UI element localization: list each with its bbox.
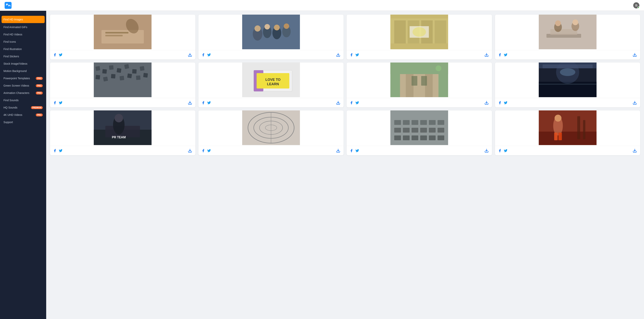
svg-rect-5 [105,35,122,36]
sidebar-item-find-animated-gifs[interactable]: Find Animated GIFs [0,24,46,31]
download-icon-7[interactable] [484,100,489,106]
sidebar-item-label-support: Support [4,121,13,124]
social-icons-1 [53,53,63,57]
svg-rect-117 [558,132,562,140]
image-card-actions-2 [198,50,344,60]
image-card-actions-5 [50,98,195,107]
sidebar-item-find-illustration[interactable]: Find Illustration [0,46,46,53]
twitter-icon-7[interactable] [355,101,359,105]
svg-rect-74 [539,84,596,85]
facebook-icon-2[interactable] [201,53,205,57]
twitter-icon-9[interactable] [58,148,63,153]
twitter-icon-6[interactable] [207,101,211,105]
facebook-icon-5[interactable] [53,101,57,105]
social-icons-12 [498,148,508,153]
facebook-icon-4[interactable] [498,53,502,57]
header: D [0,0,644,11]
social-icons-9 [53,148,63,153]
image-card-actions-7 [347,98,492,107]
avatar-wrapper[interactable]: D [633,2,640,8]
svg-rect-41 [124,64,129,69]
badge-4k-uhd-videos: Pro [36,114,43,116]
download-icon-10[interactable] [336,148,341,153]
download-icon-8[interactable] [632,100,638,106]
layout: Find HD ImagesFind Animated GIFsFind HD … [0,11,644,319]
facebook-icon-11[interactable] [349,148,354,153]
facebook-icon-10[interactable] [201,148,205,153]
download-icon-5[interactable] [187,100,193,106]
download-icon-1[interactable] [187,52,193,58]
svg-rect-42 [132,69,137,74]
sidebar-item-animation-characters[interactable]: Animation CharactersPro [0,89,46,96]
online-indicator [638,6,640,8]
svg-point-16 [274,25,280,30]
facebook-icon-3[interactable] [349,53,354,57]
sidebar-item-support[interactable]: Support [0,118,46,126]
sidebar-item-label-hq-sounds: HQ Sounds [4,106,17,109]
svg-rect-64 [421,76,427,86]
sidebar-item-stock-image-videos[interactable]: Stock Image/Videos [0,60,46,67]
facebook-icon-1[interactable] [53,53,57,57]
facebook-icon-6[interactable] [201,101,205,105]
svg-rect-102 [438,128,444,132]
twitter-icon-2[interactable] [207,53,211,57]
image-thumb-6: LOVE TOLEARN [198,62,344,98]
download-icon-3[interactable] [484,52,489,58]
svg-rect-44 [96,75,100,80]
image-card-3 [347,14,492,60]
image-card-5 [50,62,195,107]
sidebar-item-hq-sounds[interactable]: HQ SoundsPremium [0,104,46,111]
sidebar-item-find-stickers[interactable]: Find Stickers [0,53,46,60]
twitter-icon-11[interactable] [355,148,359,153]
badge-green-screen-videos: Pro [36,84,43,87]
facebook-icon-9[interactable] [53,148,57,153]
twitter-icon-1[interactable] [58,53,63,57]
svg-rect-104 [403,136,410,140]
sidebar-item-find-sounds[interactable]: Find Sounds [0,96,46,104]
main-content: LOVE TOLEARNPR TEAM [46,11,644,319]
sidebar-item-4k-uhd-videos[interactable]: 4K UHD VideosPro [0,111,46,118]
sidebar-item-label-powerpoint-templates: Powerpoint Templates [4,77,30,80]
download-icon-6[interactable] [336,100,341,106]
svg-rect-101 [429,128,436,132]
svg-rect-100 [420,128,427,132]
facebook-icon-8[interactable] [498,101,502,105]
sidebar-item-find-hd-images[interactable]: Find HD Images [2,16,45,23]
svg-rect-94 [420,120,427,125]
svg-rect-91 [394,120,401,125]
twitter-icon-10[interactable] [207,148,211,153]
sidebar-item-find-icons[interactable]: Find Icons [0,38,46,46]
sidebar-item-green-screen-videos[interactable]: Green Screen VideosPro [0,82,46,89]
image-card-actions-6 [198,98,344,107]
badge-powerpoint-templates: Pro [36,77,43,80]
twitter-icon-12[interactable] [504,148,508,153]
download-icon-9[interactable] [187,148,193,153]
twitter-icon-8[interactable] [504,101,508,105]
facebook-icon-7[interactable] [349,101,354,105]
twitter-icon-4[interactable] [504,53,508,57]
svg-rect-105 [412,136,418,140]
sidebar-item-powerpoint-templates[interactable]: Powerpoint TemplatesPro [0,75,46,82]
image-card-9: PR TEAM [50,110,195,155]
image-card-6: LOVE TOLEARN [198,62,344,107]
sidebar-item-label-find-sounds: Find Sounds [4,99,19,102]
image-card-11 [347,110,492,155]
svg-rect-49 [136,76,140,80]
download-icon-12[interactable] [632,148,638,153]
sidebar-item-label-stock-image-videos: Stock Image/Videos [4,62,27,65]
download-icon-4[interactable] [632,52,638,58]
image-thumb-4 [495,14,640,50]
svg-rect-46 [111,74,116,78]
sidebar-item-find-hd-videos[interactable]: Find HD Videos [0,31,46,38]
twitter-icon-3[interactable] [355,53,359,57]
sidebar-item-motion-background[interactable]: Motion Background [0,67,46,75]
svg-point-33 [555,20,561,26]
svg-text:LEARN: LEARN [267,82,279,86]
download-icon-2[interactable] [336,52,341,58]
svg-rect-40 [117,68,122,73]
svg-rect-47 [120,76,124,80]
download-icon-11[interactable] [484,148,489,153]
svg-point-17 [284,24,289,29]
facebook-icon-12[interactable] [498,148,502,153]
twitter-icon-5[interactable] [58,101,63,105]
